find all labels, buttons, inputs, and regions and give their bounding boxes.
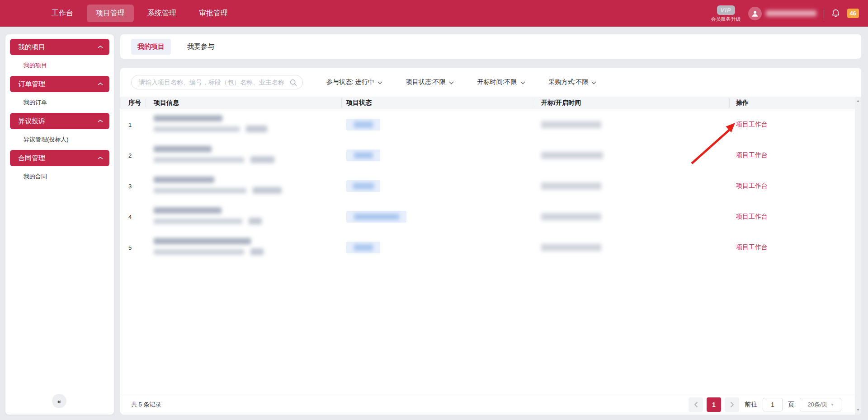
nav-right-cluster: VIP 会员服务升级 46 [711,5,859,22]
page-tabs: 我的项目 我要参与 [120,34,861,59]
project-tag-redacted [246,126,267,132]
chevron-up-icon [98,119,103,123]
user-icon [751,9,759,18]
project-number-redacted [154,126,240,132]
chevron-up-icon [98,45,103,49]
sidebar: 我的项目 我的项目 订单管理 我的订单 异议投诉 异议管理(投标人) 合同管理 … [5,34,114,415]
scroll-down-icon[interactable]: ▼ [855,408,861,412]
notification-count-badge[interactable]: 46 [847,9,859,18]
bell-icon [831,9,840,18]
scroll-up-icon[interactable]: ▲ [855,99,861,103]
vip-upgrade[interactable]: VIP 会员服务升级 [711,5,741,22]
project-tag-redacted [250,156,274,163]
sidebar-item-my-orders[interactable]: 我的订单 [10,92,109,113]
row-actions: 项目工作台 [736,171,768,201]
sidebar-group-contract-management[interactable]: 合同管理 [10,150,109,166]
collapse-icon: « [57,397,61,405]
project-tag-redacted [250,248,264,255]
sidebar-group-order-management[interactable]: 订单管理 [10,76,109,92]
sidebar-item-my-contracts[interactable]: 我的合同 [10,166,109,187]
pagination: 1 前往 页 20条/页 ▾ [689,397,841,412]
page-size-select[interactable]: 20条/页 ▾ [800,398,841,411]
filter-bar: 参与状态: 进行中 项目状态:不限 开标时间:不限 采购方式:不限 [131,75,596,89]
tab-want-to-participate[interactable]: 我要参与 [181,39,221,55]
record-count: 共 5 条记录 [131,401,161,409]
tab-my-projects[interactable]: 我的项目 [131,39,171,55]
sidebar-group-my-projects[interactable]: 我的项目 [10,39,109,55]
nav-item-system-management[interactable]: 系统管理 [138,5,185,22]
opening-time-redacted [541,213,601,220]
column-divider [535,98,535,107]
sidebar-item-my-projects[interactable]: 我的项目 [10,55,109,76]
user-account[interactable] [748,7,816,20]
column-header-project-status: 项目状态 [346,97,372,109]
project-tag-redacted [249,218,262,224]
row-index: 2 [128,140,132,171]
project-number-redacted [154,219,242,224]
row-index: 3 [128,171,132,201]
nav-item-project-management[interactable]: 项目管理 [87,5,134,22]
chevron-left-icon [694,401,698,408]
chevron-down-icon [449,81,454,84]
prev-page-button[interactable] [689,397,703,412]
table-row: 2 项目工作台 [120,140,855,171]
page-size-value: 20条/页 [807,401,827,409]
table-row: 3 项目工作台 [120,171,855,201]
project-workbench-link[interactable]: 项目工作台 [736,151,768,159]
project-workbench-link[interactable]: 项目工作台 [736,243,768,252]
row-index: 1 [128,109,132,140]
chevron-down-icon [377,81,382,84]
next-page-button[interactable] [725,397,739,412]
filter-bid-opening-time[interactable]: 开标时间:不限 [477,78,525,86]
table-footer: 共 5 条记录 1 前往 页 20条/页 ▾ [120,394,861,415]
table-body: 1 项目工作台 2 项目工作台 3 [120,109,855,263]
notification-bell[interactable] [831,9,840,18]
opening-time-redacted [541,182,601,190]
row-actions: 项目工作台 [736,140,768,171]
nav-item-workbench[interactable]: 工作台 [42,5,82,22]
search-input[interactable] [139,79,289,86]
sidebar-group-label: 订单管理 [18,80,45,89]
chevron-up-icon [98,82,103,86]
row-actions: 项目工作台 [736,232,768,263]
sidebar-collapse-button[interactable]: « [52,394,66,408]
project-workbench-link[interactable]: 项目工作台 [736,182,768,190]
project-workbench-link[interactable]: 项目工作台 [736,121,768,129]
status-text-redacted [353,183,374,189]
opening-time-redacted [541,244,601,251]
nav-divider [824,8,824,19]
status-text-redacted [354,152,373,159]
search-icon[interactable] [289,79,297,86]
goto-page-input[interactable] [763,398,783,411]
goto-label: 前往 [745,401,757,409]
project-status-badge [346,149,380,161]
sidebar-group-label: 合同管理 [18,154,45,163]
project-workbench-link[interactable]: 项目工作台 [736,213,768,221]
status-text-redacted [354,121,373,128]
row-index: 5 [128,232,132,263]
table-row: 5 项目工作台 [120,232,855,263]
project-name-redacted [154,177,214,183]
chevron-down-icon: ▾ [831,402,834,407]
column-divider [729,98,730,107]
table-row: 1 项目工作台 [120,109,855,140]
project-name-redacted [154,146,212,152]
sidebar-item-objection-management[interactable]: 异议管理(投标人) [10,129,109,150]
sidebar-group-objection-complaint[interactable]: 异议投诉 [10,113,109,129]
table-row: 4 项目工作台 [120,201,855,232]
filter-label: 开标时间:不限 [477,78,517,86]
filter-project-status[interactable]: 项目状态:不限 [406,78,454,86]
nav-item-approval-management[interactable]: 审批管理 [190,5,237,22]
sidebar-group-label: 异议投诉 [18,117,45,126]
opening-time-redacted [541,152,603,159]
vertical-scrollbar[interactable]: ▲ ▼ [855,97,861,415]
avatar [748,7,762,20]
chevron-up-icon [98,156,103,160]
filter-label: 采购方式:不限 [549,78,589,86]
filter-procurement-method[interactable]: 采购方式:不限 [549,78,597,86]
filter-participation-status[interactable]: 参与状态: 进行中 [326,78,382,86]
status-text-redacted [354,214,399,220]
row-actions: 项目工作台 [736,109,768,140]
vip-icon: VIP [717,5,735,15]
current-page-button[interactable]: 1 [707,397,721,412]
